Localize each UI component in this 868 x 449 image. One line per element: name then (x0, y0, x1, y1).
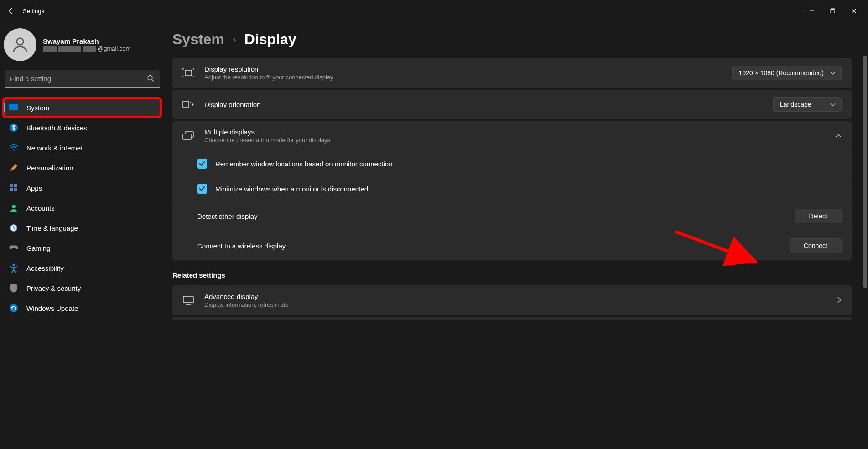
orientation-icon (182, 98, 194, 110)
display-orientation-row: Display orientation Landscape (172, 90, 852, 119)
wifi-icon (9, 143, 18, 152)
svg-point-9 (13, 149, 15, 151)
app-title: Settings (23, 8, 44, 15)
sidebar-item-label: Gaming (26, 244, 51, 252)
avatar (4, 28, 36, 61)
search-input[interactable] (5, 70, 160, 88)
orientation-dropdown[interactable]: Landscape (773, 97, 842, 112)
svg-line-5 (152, 80, 154, 82)
gamepad-icon (9, 243, 18, 253)
breadcrumb: System › Display (172, 31, 852, 48)
back-button[interactable] (5, 5, 16, 16)
sidebar-item-label: Bluetooth & devices (26, 124, 87, 132)
svg-rect-7 (12, 110, 15, 111)
sidebar-item-privacy[interactable]: Privacy & security (4, 279, 161, 297)
main-content: System › Display Display resolution Adju… (164, 22, 868, 449)
resolution-sub: Adjust the resolution to fit your connec… (204, 74, 722, 81)
svg-rect-2 (831, 10, 834, 13)
svg-rect-13 (14, 188, 17, 191)
sidebar-item-label: Windows Update (26, 304, 78, 312)
sidebar-item-label: Accounts (26, 204, 55, 212)
clock-icon (9, 223, 18, 232)
sidebar-item-label: Personalization (26, 164, 73, 172)
svg-rect-22 (183, 134, 191, 139)
chevron-up-icon (835, 132, 842, 139)
bluetooth-icon (9, 123, 18, 132)
minimize-windows-row: Minimize windows when a monitor is disco… (172, 176, 852, 201)
resolution-icon (182, 67, 194, 79)
chevron-right-icon: › (233, 33, 236, 46)
multiple-displays-title: Multiple displays (204, 128, 825, 136)
resolution-dropdown[interactable]: 1920 × 1080 (Recommended) (732, 66, 842, 80)
resolution-title: Display resolution (204, 65, 722, 73)
sidebar-item-bluetooth[interactable]: Bluetooth & devices (4, 119, 161, 137)
sidebar-item-label: Apps (26, 184, 42, 192)
sidebar-item-accessibility[interactable]: Accessibility (4, 259, 161, 277)
sidebar-item-apps[interactable]: Apps (4, 179, 161, 197)
chevron-down-icon (830, 69, 836, 77)
breadcrumb-parent[interactable]: System (172, 31, 224, 48)
profile-name: Swayam Prakash (43, 37, 130, 45)
connect-button[interactable]: Connect (790, 238, 842, 253)
search-icon (147, 75, 154, 83)
remember-checkbox[interactable] (197, 159, 207, 169)
svg-point-17 (13, 264, 15, 266)
update-icon (9, 304, 18, 313)
svg-rect-19 (185, 70, 192, 76)
sidebar-item-personalization[interactable]: Personalization (4, 159, 161, 177)
scrollbar[interactable] (863, 0, 868, 449)
svg-rect-23 (183, 296, 193, 303)
minimize-button[interactable] (801, 4, 822, 18)
maximize-button[interactable] (822, 4, 843, 18)
remember-locations-row: Remember window locations based on monit… (172, 151, 852, 176)
close-button[interactable] (843, 4, 864, 18)
scrollbar-thumb[interactable] (863, 56, 867, 288)
sidebar: Swayam Prakash @gmail.com System (0, 22, 164, 449)
accessibility-icon (9, 263, 18, 273)
paintbrush-icon (9, 163, 18, 172)
sidebar-item-network[interactable]: Network & internet (4, 139, 161, 157)
sidebar-item-label: System (26, 104, 49, 112)
svg-point-18 (10, 304, 18, 312)
profile-email: @gmail.com (43, 45, 130, 52)
svg-rect-10 (10, 184, 13, 187)
multiple-displays-header[interactable]: Multiple displays Choose the presentatio… (172, 121, 852, 151)
sidebar-item-time[interactable]: Time & language (4, 219, 161, 237)
display-resolution-row: Display resolution Adjust the resolution… (172, 58, 852, 88)
detect-display-row: Detect other display Detect (172, 201, 852, 231)
remember-label: Remember window locations based on monit… (215, 160, 842, 168)
profile-block[interactable]: Swayam Prakash @gmail.com (4, 26, 161, 70)
svg-point-3 (17, 38, 24, 45)
chevron-down-icon (830, 101, 836, 108)
detect-label: Detect other display (197, 212, 787, 220)
partial-row (172, 317, 852, 320)
shield-icon (9, 284, 18, 293)
page-title: Display (244, 31, 296, 48)
minimize-checkbox[interactable] (197, 184, 207, 194)
svg-rect-20 (183, 101, 189, 108)
apps-icon (9, 183, 18, 192)
svg-rect-6 (9, 104, 18, 110)
sidebar-item-label: Accessibility (26, 264, 64, 272)
advanced-display-row[interactable]: Advanced display Display information, re… (172, 285, 852, 315)
minimize-label: Minimize windows when a monitor is disco… (215, 185, 842, 193)
titlebar: Settings (0, 0, 868, 22)
sidebar-item-update[interactable]: Windows Update (4, 299, 161, 317)
sidebar-item-label: Privacy & security (26, 284, 81, 292)
related-settings-heading: Related settings (172, 271, 852, 279)
chevron-right-icon (837, 297, 842, 304)
sidebar-item-accounts[interactable]: Accounts (4, 199, 161, 217)
sidebar-item-label: Time & language (26, 224, 78, 232)
sidebar-item-gaming[interactable]: Gaming (4, 239, 161, 257)
system-icon (9, 103, 18, 112)
multiple-displays-icon (182, 130, 194, 142)
sidebar-item-label: Network & internet (26, 144, 83, 152)
svg-rect-11 (14, 184, 17, 187)
advanced-title: Advanced display (204, 293, 827, 300)
monitor-icon (182, 294, 194, 306)
detect-button[interactable]: Detect (795, 209, 842, 223)
sidebar-item-system[interactable]: System (4, 98, 161, 117)
orientation-title: Display orientation (204, 101, 763, 108)
advanced-sub: Display information, refresh rate (204, 301, 827, 308)
svg-rect-12 (10, 188, 13, 191)
